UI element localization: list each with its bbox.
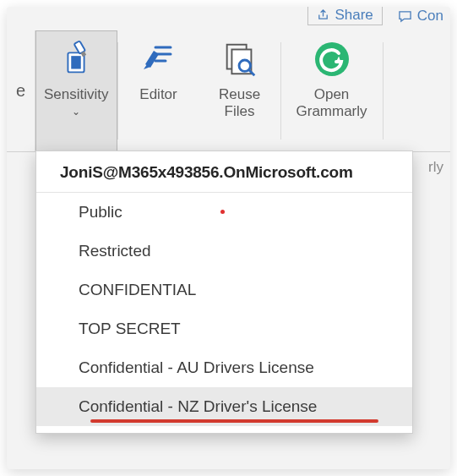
sensitivity-icon	[57, 36, 95, 83]
comments-button[interactable]: Con	[398, 7, 443, 25]
ribbon: e Sensitivity ⌄	[7, 30, 450, 152]
editor-icon	[139, 36, 179, 83]
title-actions-strip: Share Con	[7, 7, 450, 30]
sensitivity-option-confidential[interactable]: CONFIDENTIAL	[36, 271, 412, 309]
indicator-dot-icon	[220, 210, 225, 214]
share-button[interactable]: Share	[307, 7, 382, 25]
editor-label: Editor	[139, 86, 177, 103]
reuse-files-label: Reuse Files	[219, 86, 260, 119]
sensitivity-option-top-secret[interactable]: TOP SECRET	[36, 309, 412, 348]
sensitivity-option-restricted[interactable]: Restricted	[36, 232, 412, 271]
grammarly-label: Open Grammarly	[297, 86, 367, 119]
option-label: Confidential - AU Drivers License	[79, 358, 314, 376]
open-grammarly-button[interactable]: Open Grammarly	[281, 30, 383, 151]
reuse-files-icon	[220, 36, 259, 83]
option-label: Restricted	[79, 242, 151, 260]
sensitivity-button[interactable]: Sensitivity ⌄	[35, 30, 117, 151]
sensitivity-dropdown: JoniS@M365x493856.OnMicrosoft.com Public…	[35, 150, 413, 434]
dropdown-account-header: JoniS@M365x493856.OnMicrosoft.com	[36, 151, 412, 193]
sensitivity-option-confidential-au[interactable]: Confidential - AU Drivers License	[36, 348, 412, 387]
share-icon	[317, 8, 329, 21]
ribbon-truncated-right: rly	[428, 159, 443, 176]
option-label: Public	[79, 203, 122, 221]
editor-button[interactable]: Editor	[118, 30, 199, 151]
comments-label: Con	[417, 8, 443, 25]
ribbon-separator	[383, 42, 384, 140]
chevron-down-icon: ⌄	[72, 107, 80, 118]
sensitivity-label: Sensitivity	[44, 86, 109, 103]
option-label: CONFIDENTIAL	[79, 281, 196, 298]
grammarly-icon	[312, 36, 352, 83]
option-label: Confidential - NZ Driver's License	[79, 397, 317, 415]
sensitivity-option-public[interactable]: Public	[36, 193, 412, 232]
comment-icon	[398, 10, 412, 23]
svg-rect-1	[72, 56, 82, 68]
sensitivity-option-confidential-nz[interactable]: Confidential - NZ Driver's License	[36, 387, 412, 426]
share-label: Share	[335, 7, 373, 24]
reuse-files-button[interactable]: Reuse Files	[199, 30, 280, 151]
option-label: TOP SECRET	[79, 320, 181, 337]
highlight-underline	[90, 419, 378, 423]
ribbon-truncated-left: e	[7, 30, 35, 151]
